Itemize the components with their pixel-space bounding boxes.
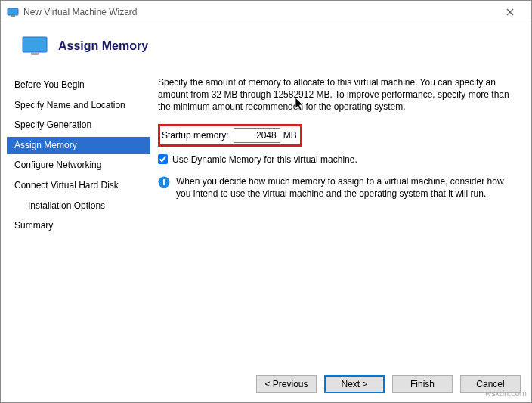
- app-icon: [7, 6, 19, 18]
- wizard-window: New Virtual Machine Wizard Assign Memory…: [0, 0, 532, 403]
- step-configure-networking[interactable]: Configure Networking: [7, 157, 150, 175]
- wizard-footer: < Previous Next > Finish Cancel: [1, 366, 531, 402]
- step-connect-vhd[interactable]: Connect Virtual Hard Disk: [7, 177, 150, 195]
- titlebar: New Virtual Machine Wizard: [1, 1, 531, 23]
- next-button[interactable]: Next >: [324, 375, 385, 393]
- startup-memory-input[interactable]: [234, 128, 280, 143]
- wizard-header: Assign Memory: [1, 23, 531, 69]
- wizard-content: Specify the amount of memory to allocate…: [150, 69, 525, 360]
- dynamic-memory-checkbox[interactable]: [158, 154, 168, 164]
- memory-description: Specify the amount of memory to allocate…: [158, 76, 516, 113]
- svg-rect-5: [163, 181, 165, 185]
- dynamic-memory-label[interactable]: Use Dynamic Memory for this virtual mach…: [172, 154, 357, 165]
- close-icon: [506, 8, 514, 16]
- step-before-you-begin[interactable]: Before You Begin: [7, 76, 150, 95]
- svg-rect-1: [11, 15, 15, 17]
- step-installation-options[interactable]: Installation Options: [7, 197, 150, 215]
- close-button[interactable]: [495, 2, 525, 23]
- step-assign-memory[interactable]: Assign Memory: [7, 137, 150, 155]
- svg-rect-6: [163, 179, 165, 181]
- wizard-body: Before You Begin Specify Name and Locati…: [1, 69, 531, 366]
- step-specify-name[interactable]: Specify Name and Location: [7, 97, 150, 115]
- startup-memory-label: Startup memory:: [162, 130, 229, 141]
- memory-unit: MB: [283, 130, 297, 141]
- info-icon: [158, 176, 170, 188]
- svg-rect-3: [31, 52, 39, 55]
- finish-button[interactable]: Finish: [392, 375, 453, 393]
- info-text: When you decide how much memory to assig…: [176, 175, 516, 200]
- wizard-steps: Before You Begin Specify Name and Locati…: [7, 69, 150, 360]
- monitor-icon: [22, 36, 48, 56]
- window-title: New Virtual Machine Wizard: [23, 7, 495, 17]
- step-summary[interactable]: Summary: [7, 217, 150, 235]
- dynamic-memory-row: Use Dynamic Memory for this virtual mach…: [158, 154, 516, 165]
- info-row: When you decide how much memory to assig…: [158, 175, 516, 200]
- page-title: Assign Memory: [58, 39, 148, 53]
- svg-rect-0: [8, 8, 18, 15]
- watermark: wsxdn.com: [485, 389, 527, 398]
- svg-rect-2: [23, 37, 47, 52]
- previous-button[interactable]: < Previous: [256, 375, 317, 393]
- step-specify-generation[interactable]: Specify Generation: [7, 116, 150, 135]
- startup-memory-row: Startup memory: MB: [158, 124, 302, 147]
